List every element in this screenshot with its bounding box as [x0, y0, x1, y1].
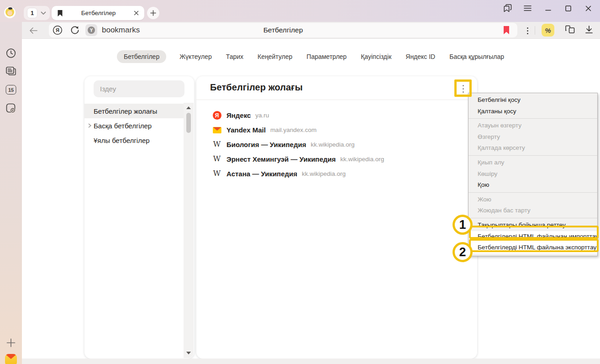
tab-close-icon[interactable]	[134, 11, 139, 16]
page-title-in-bar: Бетбелгілер	[263, 23, 303, 37]
menu-item-add-folder[interactable]: Қалтаны қосу	[468, 106, 597, 117]
menu-item-rename: Атауын өзгерту	[468, 120, 597, 132]
panels-stack-icon	[503, 4, 512, 12]
yandex-search-button[interactable]: Я	[53, 25, 63, 35]
yandex-mail-icon	[5, 354, 17, 364]
tab-downloads[interactable]: Жүктеулер	[179, 50, 213, 63]
scroll-up-arrow[interactable]	[186, 106, 191, 109]
wikipedia-favicon-icon: W	[212, 154, 221, 164]
bookmark-row-yandex-mail[interactable]: Yandex Mail mail.yandex.com	[196, 123, 477, 137]
browser-tab-bookmarks[interactable]: Бетбелгілер	[52, 6, 144, 20]
history-button[interactable]	[6, 48, 16, 58]
highlight-kebab-button	[454, 79, 472, 97]
minimize-icon	[545, 5, 552, 12]
plus-icon	[6, 338, 16, 348]
minimize-button[interactable]	[543, 3, 553, 13]
bookmarks-list: Я Яндекс ya.ru Yandex Mail mail.yandex.c…	[196, 108, 477, 181]
avatar-face	[7, 11, 12, 16]
wikipedia-favicon-icon: W	[212, 140, 221, 149]
sidebar-item-bookmarks-bar[interactable]: Бетбелгілер жолағы	[84, 104, 184, 118]
tab-history[interactable]: Тарих	[225, 50, 244, 63]
site-favicon-badge: Y	[85, 24, 97, 36]
annotation-step-2: 2	[453, 242, 473, 262]
rail-add-button[interactable]	[6, 338, 16, 348]
scroll-down-arrow[interactable]	[186, 352, 191, 354]
menu-item-paste[interactable]: Қою	[468, 179, 597, 191]
promo-percent-badge[interactable]: %	[542, 24, 554, 37]
settings-nav-tabs: Бетбелгілер Жүктеулер Тарих Кеңейтулер П…	[22, 50, 600, 63]
menu-separator	[468, 155, 597, 156]
menu-item-copy: Көшіру	[468, 169, 597, 180]
bookmark-row-biology-wikipedia[interactable]: W Биология — Уикипедия kk.wikipedia.org	[196, 137, 477, 152]
annotation-step-1: 1	[453, 215, 473, 235]
plus-icon	[150, 10, 156, 16]
calendar-icon: 15	[6, 85, 16, 95]
bookmark-flag-icon	[503, 26, 510, 35]
tab-security[interactable]: Қауіпсіздік	[360, 50, 392, 63]
panel-divider	[196, 100, 477, 100]
bookmarks-panel: Бетбелгілер жолағы Я Яндекс ya.ru	[196, 76, 477, 359]
tab-yandex-id[interactable]: Яндекс ID	[405, 50, 436, 63]
url-text[interactable]: bookmarks	[102, 23, 140, 37]
bookmark-row-hemingway-wikipedia[interactable]: W Эрнест Хемингуэй — Уикипедия kk.wikipe…	[196, 152, 477, 166]
new-tab-button[interactable]	[147, 7, 159, 19]
panel-title: Бетбелгілер жолағы	[210, 82, 303, 93]
clock-icon	[6, 48, 16, 58]
tab-group-selector[interactable]: 1	[24, 6, 50, 20]
back-button[interactable]	[28, 26, 38, 36]
profile-avatar[interactable]	[4, 7, 16, 18]
screenshot-button[interactable]	[5, 103, 16, 114]
sidebar-scrollbar[interactable]	[184, 103, 194, 358]
folders-sidebar: Бетбелгілер жолағы Басқа бетбелгілер Ұял…	[84, 76, 194, 359]
tab-group-count-badge: 1	[27, 8, 37, 18]
menu-item-add-bookmark[interactable]: Бетбелгіні қосу	[468, 95, 597, 106]
tab-extensions[interactable]: Кеңейтулер	[257, 50, 293, 63]
svg-text:Я: Я	[56, 27, 59, 33]
menu-item-undo-delete: Жоюдан бас тарту	[468, 205, 597, 216]
browser-window: 1 Бетбелгілер	[0, 0, 600, 364]
notes-stack-icon	[5, 66, 16, 76]
highlight-export-item	[469, 239, 599, 252]
menu-separator	[468, 118, 597, 119]
side-panel-button[interactable]	[503, 3, 513, 13]
sidebar-item-mobile-bookmarks[interactable]: Ұялы бетбелгілер	[84, 133, 184, 148]
yandex-mail-favicon-icon	[212, 126, 221, 135]
yandex-search-icon: Я	[53, 25, 63, 35]
sidebar-item-other-bookmarks[interactable]: Басқа бетбелгілер	[84, 118, 184, 133]
search-input[interactable]	[94, 80, 184, 97]
download-icon	[584, 24, 595, 35]
title-bar: 1 Бетбелгілер	[0, 0, 600, 22]
bookmark-row-yandex[interactable]: Я Яндекс ya.ru	[196, 108, 477, 123]
wikipedia-favicon-icon: W	[212, 169, 221, 178]
downloads-button[interactable]	[584, 24, 595, 35]
tab-settings[interactable]: Параметрлер	[305, 50, 347, 63]
refresh-icon	[70, 25, 80, 35]
tab-title: Бетбелгілер	[63, 10, 134, 16]
close-window-button[interactable]	[583, 3, 593, 13]
calendar-button[interactable]: 15	[6, 85, 16, 95]
toolbar-divider	[535, 26, 535, 35]
yandex-mail-app-button[interactable]	[5, 354, 17, 364]
bookmark-flag-button[interactable]	[503, 26, 510, 35]
screenshot-camera-icon	[5, 103, 16, 114]
maximize-icon	[565, 5, 572, 12]
feed-button[interactable]	[5, 66, 16, 76]
address-toolbar: Я Y bookmarks Бетбелгілер %	[22, 22, 600, 39]
tab-other-devices[interactable]: Басқа құрылғылар	[448, 50, 505, 63]
menu-separator	[468, 218, 597, 218]
chevron-down-icon[interactable]	[41, 11, 46, 15]
address-bar[interactable]: Я Y bookmarks Бетбелгілер	[49, 23, 517, 37]
tab-bookmarks[interactable]: Бетбелгілер	[117, 50, 166, 63]
menu-item-cut: Қиып алу	[468, 157, 597, 169]
menu-item-delete: Жою	[468, 194, 597, 206]
maximize-button[interactable]	[563, 3, 573, 13]
chevron-right-icon[interactable]	[87, 123, 92, 128]
bookmark-row-astana-wikipedia[interactable]: W Астана — Уикипедия kk.wikipedia.org	[196, 166, 477, 181]
menu-item-show-in-folder: Қалтада көрсету	[468, 142, 597, 154]
toolbar-kebab-button[interactable]	[522, 25, 533, 36]
browser-menu-button[interactable]	[522, 3, 532, 13]
yandex-favicon-icon: Я	[212, 111, 221, 120]
scrollbar-thumb[interactable]	[186, 113, 191, 133]
refresh-button[interactable]	[70, 25, 80, 35]
collections-button[interactable]	[564, 24, 575, 35]
